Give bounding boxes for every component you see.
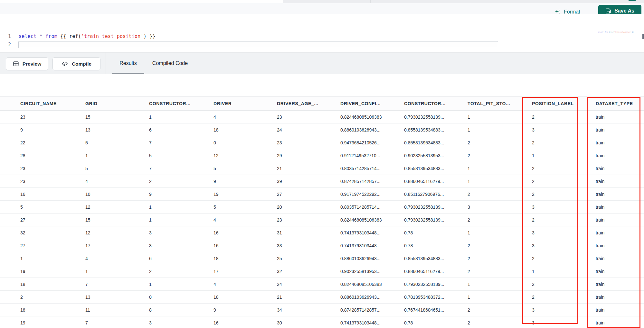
table-cell: 15 xyxy=(85,114,149,120)
table-cell: 1 xyxy=(468,127,532,132)
table-cell: 0.7813953488372... xyxy=(404,295,468,300)
sql-code-editor[interactable]: 1 select * from {{ ref('train_test_posit… xyxy=(0,14,644,52)
table-cell: train xyxy=(596,140,644,145)
table-cell: 1 xyxy=(149,205,213,210)
table-cell: 10 xyxy=(85,192,149,197)
table-cell: 5 xyxy=(85,140,149,145)
table-cell: train xyxy=(596,127,644,132)
table-cell: 7 xyxy=(85,320,149,325)
table-cell: 3 xyxy=(532,230,596,235)
table-row: 3212316310.7413793103448...0.7813train xyxy=(0,226,644,239)
table-row: 281512290.9112149532710...0.902325581395… xyxy=(0,149,644,162)
code-line-2[interactable]: 2 xyxy=(0,41,11,48)
table-cell: 18 xyxy=(213,127,277,132)
column-header-drivers-age: DRIVERS_AGE_... xyxy=(277,101,340,106)
table-cell: 7 xyxy=(149,140,213,145)
column-header-driver: DRIVER xyxy=(213,101,277,106)
table-cell: 23 xyxy=(277,217,340,223)
compile-button[interactable]: Compile xyxy=(52,57,100,70)
table-cell: 3 xyxy=(149,320,213,325)
table-cell: 0.8860103626943... xyxy=(340,295,404,300)
table-cell: 2 xyxy=(532,179,596,184)
save-as-label: Save As xyxy=(614,8,634,14)
tab-compiled-code-label: Compiled Code xyxy=(152,60,188,66)
table-cell: 2 xyxy=(468,307,532,313)
table-cell: 3 xyxy=(149,243,213,248)
table-grid-icon xyxy=(13,61,19,67)
table-cell: 0.824468085106383 xyxy=(340,282,404,287)
table-cell: train xyxy=(596,217,644,223)
table-cell: 0.7930232558139... xyxy=(404,114,468,120)
table-cell: train xyxy=(596,282,644,287)
editor-active-line[interactable] xyxy=(18,41,498,48)
column-header-circuit-name: CIRCUIT_NAME xyxy=(20,101,85,106)
table-row: 2717316330.7413793103448...0.7823train xyxy=(0,239,644,252)
table-cell: 0.8558139534883... xyxy=(404,127,468,132)
table-cell: 3 xyxy=(532,127,596,132)
column-header-total-pit-sto: TOTAL_PIT_STO... xyxy=(468,101,532,106)
table-cell: 0.78 xyxy=(404,230,468,235)
table-cell: 21 xyxy=(277,166,340,171)
table-cell: 17 xyxy=(85,243,149,248)
table-cell: 0.7413793103448... xyxy=(340,230,404,235)
table-cell: 2 xyxy=(532,192,596,197)
table-cell: 2 xyxy=(532,166,596,171)
table-row: 191217320.9023255813953...0.886046511627… xyxy=(0,265,644,278)
table-cell: 2 xyxy=(532,217,596,223)
preview-button[interactable]: Preview xyxy=(6,57,48,70)
table-cell: train xyxy=(596,166,644,171)
table-cell: 0.8035714285714... xyxy=(340,205,404,210)
compile-label: Compile xyxy=(72,61,91,67)
table-cell: 1 xyxy=(20,256,85,261)
table-cell: train xyxy=(596,179,644,184)
table-cell: 15 xyxy=(85,217,149,223)
table-cell: 39 xyxy=(277,179,340,184)
table-cell: 2 xyxy=(468,153,532,158)
code-icon xyxy=(62,61,68,67)
table-cell: 31 xyxy=(277,230,340,235)
table-cell: 1 xyxy=(532,269,596,274)
table-cell: 1 xyxy=(468,230,532,235)
table-cell: 17 xyxy=(213,269,277,274)
table-cell: 9 xyxy=(20,127,85,132)
tab-results[interactable]: Results xyxy=(112,52,144,74)
tab-compiled-code[interactable]: Compiled Code xyxy=(147,52,194,74)
tab-results-label: Results xyxy=(119,60,137,66)
table-cell: 1 xyxy=(85,153,149,158)
table-row: 181189340.8742857142857...0.767441860465… xyxy=(0,304,644,316)
table-cell: 32 xyxy=(20,230,85,235)
table-row: 1610919270.9171974522292...0.85116279069… xyxy=(0,188,644,201)
column-header-driver-confi: DRIVER_CONFI... xyxy=(340,101,404,106)
table-row: 23429390.8742857142857...0.8860465116279… xyxy=(0,175,644,188)
table-cell: 2 xyxy=(149,269,213,274)
table-cell: 23 xyxy=(20,114,85,120)
table-cell: 2 xyxy=(149,179,213,184)
table-row: 197316300.7413793103448...0.7823train xyxy=(0,316,644,328)
table-cell: 0.8860103626943... xyxy=(340,256,404,261)
table-cell: 20 xyxy=(277,205,340,210)
table-cell: 19 xyxy=(20,320,85,325)
table-cell: train xyxy=(596,114,644,120)
table-cell: 23 xyxy=(20,179,85,184)
table-cell: 22 xyxy=(20,140,85,145)
table-cell: 18 xyxy=(20,307,85,313)
table-cell: 2 xyxy=(532,140,596,145)
column-header-constructor: CONSTRUCTOR... xyxy=(404,101,468,106)
table-cell: 2 xyxy=(468,140,532,145)
table-cell: train xyxy=(596,307,644,313)
toolbar-divider xyxy=(106,52,106,74)
table-cell: 1 xyxy=(532,153,596,158)
table-cell: 12 xyxy=(85,230,149,235)
table-cell: 2 xyxy=(468,243,532,248)
table-cell: 0.8742857142857... xyxy=(340,307,404,313)
table-cell: 32 xyxy=(277,269,340,274)
table-cell: 5 xyxy=(20,205,85,210)
code-line-1[interactable]: 1 select * from {{ ref('train_test_posit… xyxy=(0,33,156,40)
table-cell: train xyxy=(596,320,644,325)
table-cell: 2 xyxy=(468,256,532,261)
table-cell: 13 xyxy=(85,127,149,132)
top-strip-divider xyxy=(370,0,371,3)
table-cell: 1 xyxy=(468,282,532,287)
editor-scrollbar-thumb[interactable] xyxy=(642,34,644,39)
table-cell: 1 xyxy=(149,282,213,287)
